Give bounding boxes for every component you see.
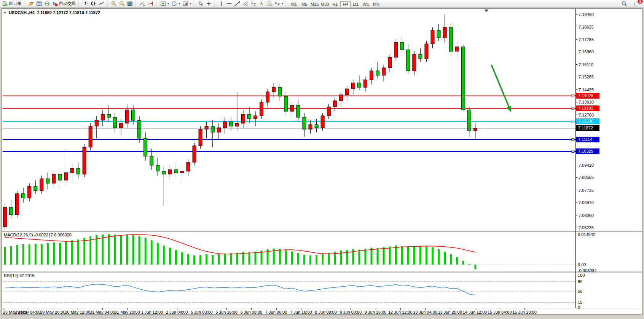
crosshair-button[interactable] bbox=[205, 0, 213, 7]
time-axis-label: 13 Jun 20:00 bbox=[438, 310, 462, 314]
price-tick bbox=[575, 64, 577, 65]
add-indicator-button[interactable]: ▾ bbox=[159, 0, 170, 7]
price-tick bbox=[575, 215, 577, 215]
price-tick bbox=[575, 165, 577, 165]
market-watch-button[interactable] bbox=[27, 0, 35, 7]
line-chart-icon bbox=[99, 1, 104, 6]
new-order-label: 新订单 bbox=[9, 1, 21, 6]
timeframe-m15-button[interactable]: M15 bbox=[309, 1, 320, 7]
time-axis-label: 5 Jun 00:00 bbox=[191, 310, 213, 314]
vertical-line-tool-button[interactable] bbox=[217, 0, 225, 7]
auto-scroll-button[interactable] bbox=[139, 0, 147, 7]
templates-button[interactable]: ▾ bbox=[181, 0, 192, 7]
zoom-in-button[interactable] bbox=[110, 0, 118, 7]
timeframe-w1-button[interactable]: W1 bbox=[361, 1, 371, 7]
toolbar-right: 1 bbox=[621, 0, 640, 8]
rsi-value: 37.2015 bbox=[19, 273, 35, 278]
periods-button[interactable]: ▾ bbox=[170, 0, 181, 7]
search-icon bbox=[621, 1, 628, 7]
price-badge: 7.14028 bbox=[576, 93, 599, 99]
macd-values: -0.002217 0.006020 bbox=[34, 233, 71, 237]
trendline-tool-button[interactable] bbox=[233, 0, 241, 7]
crosshair-icon bbox=[206, 1, 212, 6]
price-badge: 7.11114 bbox=[576, 137, 599, 142]
dropdown-caret-icon: ▾ bbox=[190, 2, 191, 5]
time-axis-label: 12 Jun 12:00 bbox=[388, 310, 413, 314]
timeframe-m5-button[interactable]: M5 bbox=[299, 1, 309, 7]
chart-shift-button[interactable] bbox=[147, 0, 155, 7]
candlestick-chart-button[interactable] bbox=[89, 0, 97, 7]
arrows-tool-button[interactable]: ▾ bbox=[273, 0, 284, 7]
text-label-icon: T bbox=[266, 1, 272, 6]
chart-shift-marker-icon[interactable] bbox=[485, 10, 488, 12]
price-tick bbox=[575, 77, 577, 77]
timeframe-h1-button[interactable]: H1 bbox=[330, 1, 340, 7]
auto-trading-icon bbox=[52, 1, 58, 6]
timeframe-m30-button[interactable]: M30 bbox=[320, 1, 330, 7]
time-axis-label: 29 May 20:00 bbox=[40, 310, 65, 314]
macd-panel[interactable] bbox=[2, 231, 576, 271]
notifications-button[interactable]: 1 bbox=[634, 1, 640, 7]
dropdown-caret-icon: ▾ bbox=[167, 2, 169, 5]
panel-separator[interactable] bbox=[2, 271, 642, 273]
price-axis-label: 7.07735 bbox=[579, 188, 594, 193]
horizontal-line-icon bbox=[226, 1, 232, 6]
text-tool-button[interactable]: A bbox=[257, 0, 265, 7]
price-tick bbox=[575, 14, 577, 15]
horizontal-line-tool-button[interactable] bbox=[225, 0, 233, 7]
time-axis-label: 30 May 12:00 bbox=[65, 310, 90, 314]
navigator-button[interactable] bbox=[43, 0, 51, 7]
time-axis-label: 7 Jun 16:00 bbox=[290, 310, 312, 314]
data-window-button[interactable] bbox=[35, 0, 43, 7]
price-axis-label: 7.17785 bbox=[579, 37, 594, 42]
bar-chart-button[interactable] bbox=[81, 0, 89, 7]
arrow-shapes-icon bbox=[274, 1, 280, 6]
price-tick bbox=[575, 89, 577, 90]
new-order-button[interactable]: 新订单 bbox=[1, 0, 22, 7]
mt4-terminal: 新订单 自动交易 ▾ ▾ ▾ E F A T ▾ bbox=[0, 0, 644, 319]
timeframe-d1-button[interactable]: D1 bbox=[351, 1, 361, 7]
channel-tool-button[interactable]: E bbox=[241, 0, 249, 7]
time-axis-label: 6 Jun 08:00 bbox=[241, 310, 263, 314]
tile-windows-button[interactable] bbox=[126, 0, 134, 7]
timeframe-h4-button[interactable]: H4 bbox=[340, 1, 351, 7]
template-chart-icon bbox=[182, 1, 188, 6]
new-order-icon bbox=[2, 1, 8, 6]
svg-text:A: A bbox=[260, 1, 263, 6]
price-axis-label: 7.06060 bbox=[579, 213, 594, 218]
bar-chart-icon bbox=[83, 1, 88, 6]
add-indicator-icon bbox=[160, 1, 166, 6]
symbol-period-label: USDCNH-,H4 bbox=[9, 10, 35, 15]
rsi-panel[interactable] bbox=[2, 273, 576, 308]
timeframe-mn-button[interactable]: MN bbox=[371, 1, 381, 7]
cursor-button[interactable] bbox=[197, 0, 205, 7]
price-tick bbox=[575, 39, 577, 40]
symbol-dropdown-icon[interactable]: ▼ bbox=[3, 11, 6, 14]
macd-axis-label: 0.014942 bbox=[578, 232, 595, 237]
price-tick bbox=[575, 190, 577, 190]
price-tick bbox=[575, 52, 577, 52]
price-axis-label: 7.08585 bbox=[579, 175, 594, 180]
time-axis-label: 7 Jun 00:00 bbox=[265, 310, 287, 314]
price-axis-label: 7.05235 bbox=[579, 225, 594, 230]
panel-separator[interactable] bbox=[2, 230, 642, 232]
chart-shift-icon bbox=[148, 1, 153, 6]
time-axis-label: 9 Jun 16:00 bbox=[365, 310, 387, 314]
price-tick bbox=[575, 27, 577, 27]
zoom-out-button[interactable] bbox=[118, 0, 126, 7]
fibonacci-tool-button[interactable]: F bbox=[249, 0, 257, 7]
toolbar-separator bbox=[107, 1, 108, 6]
line-chart-button[interactable] bbox=[97, 0, 105, 7]
time-axis-label: 29 May 04:00 bbox=[15, 310, 41, 314]
text-label-tool-button[interactable]: T bbox=[265, 0, 273, 7]
macd-label: MACD(12,26,9) -0.002217 0.006020 bbox=[4, 233, 72, 237]
candlestick-chart-icon bbox=[91, 1, 96, 6]
timeframe-m1-button[interactable]: M1 bbox=[289, 1, 299, 7]
search-button[interactable] bbox=[621, 1, 628, 7]
svg-text:E: E bbox=[246, 4, 248, 6]
chart-header[interactable]: ▼ USDCNH-,H4 7.11880 7.12172 7.11810 7.1… bbox=[3, 10, 100, 15]
time-axis-label: 8 Jun 08:00 bbox=[315, 310, 337, 314]
main-price-chart[interactable] bbox=[2, 9, 576, 230]
toolbar-separator bbox=[156, 1, 158, 6]
auto-trading-button[interactable]: 自动交易 bbox=[51, 0, 77, 7]
